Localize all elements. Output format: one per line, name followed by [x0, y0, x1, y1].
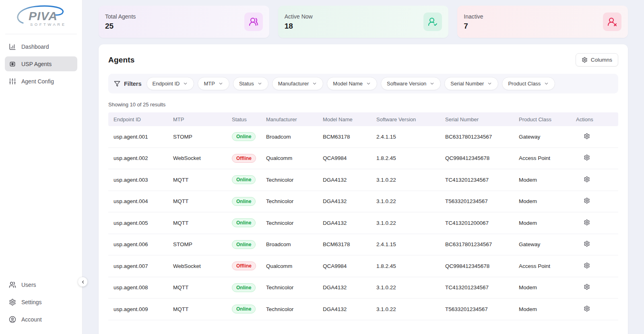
column-header-status: Status — [227, 116, 261, 122]
filter-pill-label: MTP — [204, 81, 215, 87]
filter-pill-endpoint-id[interactable]: Endpoint ID — [147, 77, 194, 90]
product-class-cell: Modem — [514, 306, 571, 312]
filter-pill-status[interactable]: Status — [233, 77, 268, 90]
sidebar-collapse-button[interactable] — [78, 277, 87, 286]
mtp-cell: MQTT — [168, 284, 227, 290]
row-actions-button[interactable] — [584, 219, 590, 226]
agents-table: Endpoint IDMTPStatusManufacturerModel Na… — [108, 112, 618, 320]
gear-icon — [584, 241, 590, 247]
product-class-cell: Modem — [514, 220, 571, 226]
stat-text: Total Agents25 — [105, 13, 136, 31]
chevron-down-icon — [312, 81, 317, 86]
status-cell: Online — [227, 283, 261, 292]
panel-header: Agents Columns — [108, 53, 618, 66]
circle-user-icon — [9, 316, 16, 323]
row-actions-button[interactable] — [584, 241, 590, 247]
stat-card-active-now: Active Now18 — [278, 6, 449, 38]
serial-number-cell: QC998412345678 — [440, 155, 514, 161]
column-header-manufacturer: Manufacturer — [261, 116, 318, 122]
chevron-down-icon — [218, 81, 223, 86]
filter-pill-software-version[interactable]: Software Version — [381, 77, 441, 90]
columns-button[interactable]: Columns — [576, 53, 618, 66]
row-actions-button[interactable] — [584, 154, 590, 161]
filter-pills: Endpoint IDMTPStatusManufacturerModel Na… — [147, 77, 555, 90]
serial-number-cell: BC6317801234567 — [440, 134, 514, 140]
gear-icon — [584, 154, 590, 161]
chevron-down-icon — [544, 81, 549, 86]
mtp-cell: STOMP — [168, 134, 227, 140]
filter-pill-label: Manufacturer — [278, 81, 309, 87]
actions-cell — [571, 262, 618, 270]
stat-text: Active Now18 — [285, 13, 313, 31]
sidebar-item-usp-agents[interactable]: USP Agents — [5, 56, 77, 71]
row-actions-button[interactable] — [584, 305, 590, 312]
row-actions-button[interactable] — [584, 262, 590, 269]
product-class-cell: Access Point — [514, 263, 571, 269]
main-content: Total Agents25Active Now18Inactive7 Agen… — [83, 0, 644, 334]
gear-icon — [584, 176, 590, 183]
model-name-cell: QCA9984 — [318, 263, 371, 269]
filter-pill-serial-number[interactable]: Serial Number — [444, 77, 498, 90]
stat-label: Active Now — [285, 13, 313, 20]
page-title: Agents — [108, 56, 135, 64]
software-version-cell: 2.4.1.15 — [371, 134, 440, 140]
table-row: usp.agent.007WebSocketOfflineQualcommQCA… — [108, 255, 618, 277]
endpoint-id-cell: usp.agent.006 — [108, 241, 168, 247]
software-version-cell: 3.1.0.22 — [371, 177, 440, 183]
status-cell: Online — [227, 305, 261, 313]
table-row: usp.agent.006STOMPOnlineBroadcomBCM63178… — [108, 234, 618, 256]
column-header-mtp: MTP — [168, 116, 227, 122]
filter-pill-model-name[interactable]: Model Name — [327, 77, 377, 90]
column-header-product-class: Product Class — [514, 116, 571, 122]
settings-icon — [9, 299, 16, 306]
table-row: usp.agent.003MQTTOnlineTechnicolorDGA413… — [108, 169, 618, 191]
mtp-cell: MQTT — [168, 306, 227, 312]
actions-cell — [571, 219, 618, 227]
actions-cell — [571, 241, 618, 248]
manufacturer-cell: Technicolor — [261, 306, 318, 312]
product-class-cell: Gateway — [514, 134, 571, 140]
row-actions-button[interactable] — [584, 197, 590, 204]
stat-label: Inactive — [464, 13, 483, 20]
gear-icon — [582, 57, 588, 63]
model-name-cell: BCM63178 — [318, 134, 371, 140]
filters-label: Filters — [114, 81, 142, 87]
endpoint-id-cell: usp.agent.007 — [108, 263, 168, 269]
gear-icon — [584, 305, 590, 312]
stats-row: Total Agents25Active Now18Inactive7 — [99, 6, 628, 38]
sidebar-item-settings[interactable]: Settings — [5, 295, 77, 309]
results-count: Showing 10 of 25 results — [108, 102, 618, 108]
sidebar-item-account[interactable]: Account — [5, 312, 77, 327]
filter-pill-mtp[interactable]: MTP — [198, 77, 229, 90]
users-round-icon — [244, 12, 263, 31]
stat-label: Total Agents — [105, 13, 136, 20]
actions-cell — [571, 154, 618, 162]
serial-number-cell: BC6317801234567 — [440, 241, 514, 247]
status-badge: Online — [232, 197, 256, 206]
endpoint-id-cell: usp.agent.002 — [108, 155, 168, 161]
row-actions-button[interactable] — [584, 284, 590, 290]
product-class-cell: Modem — [514, 198, 571, 204]
filter-pill-label: Product Class — [508, 81, 541, 87]
manufacturer-cell: Broadcom — [261, 241, 318, 247]
row-actions-button[interactable] — [584, 176, 590, 183]
sidebar: PIVA SOFTWARE DashboardUSP AgentsAgent C… — [0, 0, 83, 334]
mtp-cell: MQTT — [168, 177, 227, 183]
row-actions-button[interactable] — [584, 133, 590, 139]
sidebar-item-dashboard[interactable]: Dashboard — [5, 39, 77, 54]
status-badge: Offline — [232, 154, 256, 163]
sidebar-item-users[interactable]: Users — [5, 277, 77, 292]
actions-cell — [571, 284, 618, 291]
gear-icon — [584, 197, 590, 204]
manufacturer-cell: Qualcomm — [261, 155, 318, 161]
software-version-cell: 1.8.2.45 — [371, 263, 440, 269]
model-name-cell: DGA4132 — [318, 198, 371, 204]
manufacturer-cell: Qualcomm — [261, 263, 318, 269]
endpoint-id-cell: usp.agent.008 — [108, 284, 168, 290]
sidebar-item-agent-config[interactable]: Agent Config — [5, 74, 77, 89]
filter-pill-manufacturer[interactable]: Manufacturer — [272, 77, 324, 90]
table-header-row: Endpoint IDMTPStatusManufacturerModel Na… — [108, 112, 618, 126]
sidebar-item-label: Dashboard — [21, 44, 49, 50]
mtp-cell: STOMP — [168, 241, 227, 247]
filter-pill-product-class[interactable]: Product Class — [502, 77, 555, 90]
